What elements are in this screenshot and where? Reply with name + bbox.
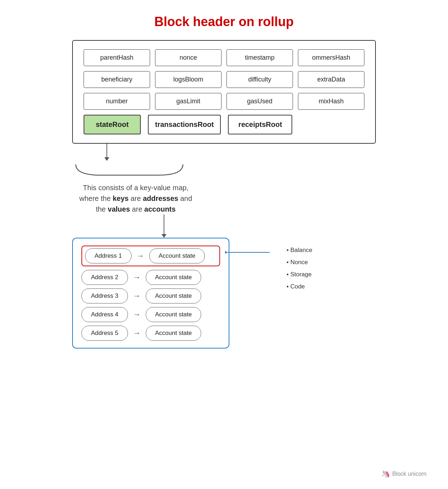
account-state-4-cell: Account state bbox=[146, 307, 201, 322]
cell-gasLimit: gasLimit bbox=[155, 93, 221, 110]
address-5-cell: Address 5 bbox=[81, 326, 128, 341]
header-grid-row1: parentHash nonce timestamp ommersHash bbox=[84, 49, 364, 66]
cell-beneficiary: beneficiary bbox=[84, 71, 150, 88]
arrow-right-1: → bbox=[136, 251, 144, 261]
account-state-1-cell: Account state bbox=[149, 248, 205, 263]
kv-row-highlighted: Address 1 → Account state bbox=[81, 246, 220, 266]
account-state-5-cell: Account state bbox=[146, 326, 201, 341]
header-grid-row3: number gasLimit gasUsed mixHash bbox=[84, 93, 364, 110]
legend-storage: • Storage bbox=[287, 268, 312, 281]
address-2-cell: Address 2 bbox=[81, 270, 128, 285]
kv-rows-container: Address 2→Account stateAddress 3→Account… bbox=[81, 270, 220, 341]
cell-ommersHash: ommersHash bbox=[298, 49, 364, 66]
address-1-cell: Address 1 bbox=[85, 248, 131, 263]
cell-gasUsed: gasUsed bbox=[227, 93, 293, 110]
bottom-row: stateRoot transactionsRoot receiptsRoot bbox=[84, 115, 364, 134]
kv-row-2: Address 2→Account state bbox=[81, 270, 220, 285]
arrow-head-1 bbox=[104, 157, 109, 161]
arrow-head-2 bbox=[161, 234, 166, 238]
legend-nonce: • Nonce bbox=[287, 256, 312, 268]
cell-transactionsRoot: transactionsRoot bbox=[148, 115, 221, 134]
watermark-icon: 🦄 bbox=[381, 470, 390, 478]
cell-number: number bbox=[84, 93, 150, 110]
cell-stateRoot: stateRoot bbox=[84, 115, 141, 134]
kv-legend-section: Address 1 → Account state Address 2→Acco… bbox=[72, 238, 376, 349]
arrow-down-2 bbox=[72, 214, 376, 238]
cell-difficulty: difficulty bbox=[227, 71, 293, 88]
watermark-text: Block unicorn bbox=[392, 471, 427, 477]
block-header-box: parentHash nonce timestamp ommersHash be… bbox=[72, 40, 376, 144]
arrow-line-2 bbox=[164, 214, 164, 234]
page-title: Block header on rollup bbox=[154, 14, 294, 29]
arrow-down-1 bbox=[72, 144, 376, 161]
cell-parentHash: parentHash bbox=[84, 49, 150, 66]
address-4-cell: Address 4 bbox=[81, 307, 128, 322]
arrow-line-1 bbox=[106, 144, 107, 157]
legend-code: • Code bbox=[287, 281, 312, 293]
kv-row-5: Address 5→Account state bbox=[81, 326, 220, 341]
account-state-3-cell: Account state bbox=[146, 288, 201, 303]
cell-extraData: extraData bbox=[298, 71, 364, 88]
brace-svg bbox=[72, 161, 186, 179]
arrow-right-4: → bbox=[133, 310, 141, 319]
arrow-right-3: → bbox=[133, 291, 141, 301]
address-3-cell: Address 3 bbox=[81, 288, 128, 303]
brace-desc-section: This consists of a key-value map, where … bbox=[72, 161, 376, 214]
main-layout: Block header on rollup parentHash nonce … bbox=[21, 14, 427, 349]
watermark: 🦄 Block unicorn bbox=[381, 470, 427, 478]
cell-timestamp: timestamp bbox=[227, 49, 293, 66]
description-text: This consists of a key-value map, where … bbox=[79, 182, 192, 214]
legend-balance: • Balance bbox=[287, 244, 312, 256]
kv-row-4: Address 4→Account state bbox=[81, 307, 220, 322]
kv-map-box: Address 1 → Account state Address 2→Acco… bbox=[72, 238, 229, 349]
cell-receiptsRoot: receiptsRoot bbox=[228, 115, 292, 134]
cell-nonce: nonce bbox=[155, 49, 221, 66]
legend-arrow-svg bbox=[225, 247, 272, 258]
arrow-right-2: → bbox=[133, 273, 141, 282]
legend-box: • Balance • Nonce • Storage • Code bbox=[287, 238, 312, 293]
arrow-right-5: → bbox=[133, 329, 141, 338]
cell-logsBloom: logsBloom bbox=[155, 71, 221, 88]
account-state-2-cell: Account state bbox=[146, 270, 201, 285]
kv-row-3: Address 3→Account state bbox=[81, 288, 220, 303]
cell-mixHash: mixHash bbox=[298, 93, 364, 110]
header-grid-row2: beneficiary logsBloom difficulty extraDa… bbox=[84, 71, 364, 88]
legend-list: • Balance • Nonce • Storage • Code bbox=[287, 244, 312, 293]
